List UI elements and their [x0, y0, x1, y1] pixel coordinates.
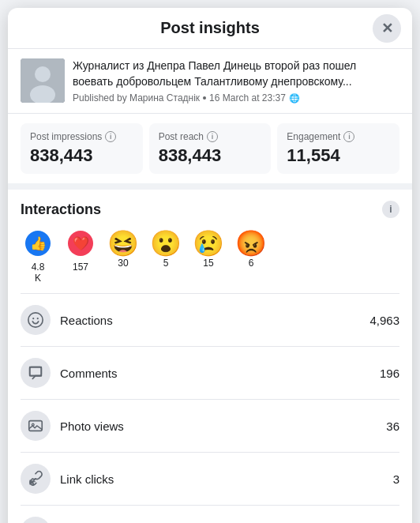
- meta-separator: [203, 96, 206, 100]
- sad-count: 15: [203, 258, 213, 269]
- stat-value-engagement: 11,554: [287, 145, 390, 166]
- haha-icon: 😆: [107, 231, 139, 256]
- stat-card-engagement: Engagement i 11,554: [277, 123, 399, 174]
- interactions-title: Interactions: [21, 201, 101, 218]
- svg-point-9: [37, 318, 39, 319]
- stat-value-reach: 838,443: [159, 145, 262, 166]
- list-item: Photo views 36: [21, 400, 399, 453]
- svg-point-1: [35, 66, 51, 82]
- post-insights-modal: Post insights ✕ Журналист из Днепра Паве…: [8, 8, 412, 523]
- interactions-info-icon[interactable]: i: [382, 201, 399, 218]
- comments-icon: [27, 364, 44, 382]
- modal-title: Post insights: [160, 19, 260, 37]
- list-item: Link clicks 3: [21, 453, 399, 506]
- shares-icon-wrap: [21, 517, 51, 523]
- interaction-left-link: Link clicks: [21, 464, 114, 494]
- info-icon-reach[interactable]: i: [207, 131, 218, 142]
- interactions-header: Interactions i: [21, 201, 399, 218]
- angry-icon: 😡: [235, 231, 267, 256]
- stat-label-reach: Post reach i: [159, 131, 262, 142]
- info-icon-engagement[interactable]: i: [343, 131, 354, 142]
- link-clicks-count: 3: [393, 472, 399, 486]
- post-preview: Журналист из Днепра Павел Динець второй …: [8, 49, 412, 114]
- post-info: Журналист из Днепра Павел Динець второй …: [73, 58, 399, 103]
- emoji-item-like: 👍 4.8K: [21, 231, 55, 284]
- link-icon-wrap: [21, 464, 51, 494]
- angry-count: 6: [249, 258, 254, 269]
- emoji-item-sad: 😢 15: [191, 231, 226, 269]
- svg-text:❤️: ❤️: [73, 235, 90, 252]
- svg-rect-11: [29, 421, 43, 431]
- emoji-item-haha: 😆 30: [106, 231, 141, 269]
- modal-header: Post insights ✕: [8, 8, 412, 49]
- photo-views-label: Photo views: [60, 420, 124, 433]
- wow-icon: 😮: [150, 231, 182, 256]
- reactions-label: Reactions: [60, 314, 113, 327]
- stat-label-engagement: Engagement i: [287, 131, 390, 142]
- photo-icon-wrap: [21, 411, 51, 441]
- wow-count: 5: [163, 258, 169, 269]
- svg-point-8: [32, 318, 34, 319]
- svg-rect-10: [30, 367, 42, 376]
- emoji-row: 👍 4.8K ❤️ 157 😆 30: [21, 228, 399, 293]
- interaction-left-comments: Comments: [21, 358, 118, 388]
- globe-icon: 🌐: [289, 93, 300, 103]
- stat-card-impressions: Post impressions i 838,443: [21, 123, 143, 174]
- heart-icon: ❤️: [68, 231, 93, 260]
- post-text: Журналист из Днепра Павел Динець второй …: [73, 58, 399, 89]
- comments-icon-wrap: [21, 358, 51, 388]
- interaction-left-reactions: Reactions: [21, 305, 113, 335]
- stats-grid: Post impressions i 838,443 Post reach i …: [8, 114, 412, 190]
- sad-icon: 😢: [193, 231, 224, 256]
- emoji-item-wow: 😮 5: [148, 231, 183, 269]
- interactions-section: Interactions i 👍 4.8K ❤️: [8, 190, 412, 523]
- info-icon-impressions[interactable]: i: [105, 131, 116, 142]
- emoji-item-heart: ❤️ 157: [63, 231, 98, 273]
- stat-card-reach: Post reach i 838,443: [149, 123, 272, 174]
- haha-count: 30: [118, 258, 128, 269]
- post-date: 16 March at 23:37: [209, 92, 286, 103]
- avatar: [21, 58, 65, 103]
- avatar-image: [21, 58, 65, 103]
- interaction-left-photo: Photo views: [21, 411, 124, 441]
- published-by: Published by Марина Стаднік: [73, 92, 200, 103]
- comments-label: Comments: [60, 367, 118, 380]
- reactions-count: 4,963: [369, 314, 399, 327]
- stat-value-impressions: 838,443: [30, 145, 133, 166]
- comments-count: 196: [380, 367, 399, 380]
- like-count: 4.8K: [32, 262, 45, 284]
- list-item: Shares 105: [21, 506, 399, 523]
- like-icon: 👍: [25, 231, 51, 260]
- photo-views-icon: [27, 417, 44, 435]
- photo-views-count: 36: [386, 420, 399, 433]
- reactions-icon-wrap: [21, 305, 51, 335]
- post-meta: Published by Марина Стаднік 16 March at …: [73, 92, 399, 103]
- emoji-item-angry: 😡 6: [234, 231, 268, 269]
- link-clicks-icon: [27, 470, 44, 487]
- list-item: Comments 196: [21, 347, 399, 400]
- svg-point-7: [28, 313, 43, 327]
- list-item: Reactions 4,963: [21, 294, 399, 347]
- close-button[interactable]: ✕: [373, 14, 401, 43]
- heart-count: 157: [73, 262, 88, 273]
- stat-label-impressions: Post impressions i: [30, 131, 133, 142]
- interaction-list: Reactions 4,963 Comments 196: [21, 293, 399, 523]
- interaction-left-shares: Shares: [21, 517, 98, 523]
- close-icon: ✕: [381, 20, 393, 37]
- reactions-icon: [27, 311, 44, 329]
- link-clicks-label: Link clicks: [60, 472, 114, 486]
- svg-text:👍: 👍: [30, 235, 47, 252]
